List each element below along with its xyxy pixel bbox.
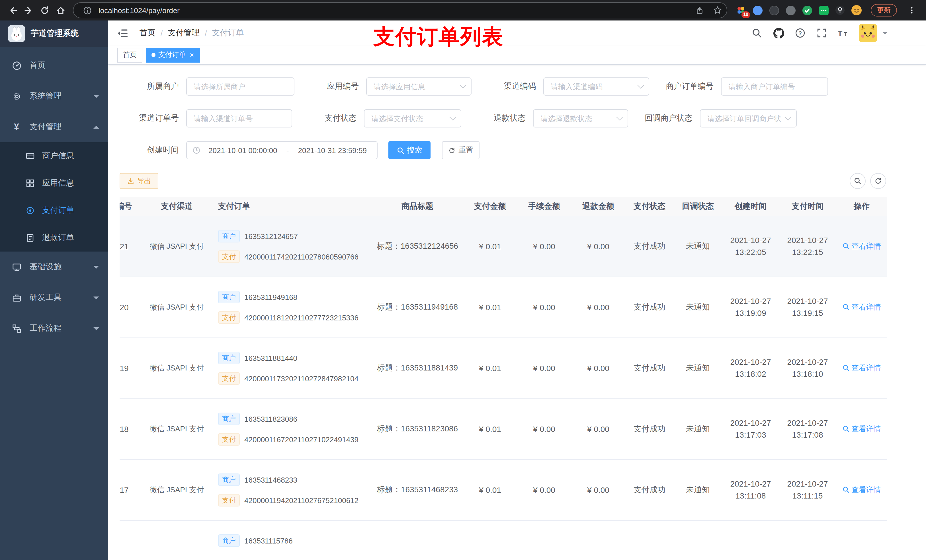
sidebar-item-payment[interactable]: ¥ 支付管理 [0, 112, 108, 142]
tab-label: 首页 [123, 50, 137, 60]
filter-row-1: 所属商户 应用编号 渠道编码 [120, 77, 915, 96]
sidebar-item-system[interactable]: 系统管理 [0, 81, 108, 112]
browser-home-icon[interactable] [52, 2, 68, 18]
pay-tag: 支付 [218, 251, 240, 263]
filter-label: 退款状态 [466, 113, 526, 124]
extension-icon-4[interactable] [785, 5, 796, 16]
reset-button[interactable]: 重置 [442, 141, 480, 159]
browser-reload-icon[interactable] [36, 2, 52, 18]
sidebar-item-workflow[interactable]: 工作流程 [0, 313, 108, 344]
notify-status-select[interactable] [700, 109, 797, 127]
chevron-up-icon [94, 125, 99, 128]
sidebar-item-merchant-info[interactable]: 商户信息 [0, 142, 108, 170]
font-size-icon[interactable]: TT [837, 27, 850, 39]
browser-menu-icon[interactable] [905, 2, 918, 18]
browser-back-icon[interactable] [5, 2, 21, 18]
pay-order-cell: 商户1635311468233支付42000011942021102767521… [207, 474, 372, 507]
extension-icon-1[interactable]: 10 [735, 5, 747, 16]
view-detail-link[interactable]: 查看详情 [842, 302, 881, 312]
github-icon[interactable] [772, 27, 785, 39]
col-header-fee-amount: 手续金额 [517, 201, 571, 212]
extension-icon-3[interactable] [768, 5, 780, 16]
close-icon[interactable]: × [190, 51, 194, 59]
date-start-value: 2021-10-01 00:00:00 [204, 146, 282, 154]
extension-badge: 10 [741, 11, 750, 18]
user-avatar[interactable] [859, 24, 877, 42]
url-text[interactable]: localhost:1024/pay/order [98, 6, 688, 15]
pay-tag: 支付 [218, 372, 240, 385]
sidebar-item-home[interactable]: 首页 [0, 50, 108, 81]
pay-order-cell: 商户163531115786 [207, 534, 372, 547]
extension-icon-5[interactable] [801, 5, 813, 16]
extension-icon-2[interactable] [752, 5, 763, 16]
screen: localhost:1024/pay/order 10 [0, 0, 926, 560]
sidebar-item-dev-tools[interactable]: 研发工具 [0, 282, 108, 313]
channel-order-no-input[interactable] [186, 109, 292, 127]
notify-status-cell: 未通知 [674, 424, 722, 434]
site-info-icon[interactable] [80, 3, 94, 17]
merchant-select[interactable] [186, 77, 294, 96]
logo-image [8, 25, 25, 42]
sidebar-item-infrastructure[interactable]: 基础设施 [0, 252, 108, 282]
browser-update-button[interactable]: 更新 [871, 4, 897, 17]
fullscreen-icon[interactable] [816, 27, 828, 39]
breadcrumb-item-pay-order: 支付订单 [212, 28, 244, 38]
sidebar-item-label: 商户信息 [42, 151, 74, 161]
toolbox-icon [11, 293, 22, 303]
chevron-down-icon [94, 327, 99, 330]
app-id-select[interactable] [366, 77, 472, 96]
hide-search-button[interactable] [850, 173, 865, 189]
refund-status-select[interactable] [533, 109, 628, 127]
pay-order-no: 4200001173202110272847982104 [244, 374, 359, 383]
export-button[interactable]: 导出 [120, 173, 158, 189]
extensions-area: 10 更新 [732, 2, 921, 18]
view-detail-label: 查看详情 [851, 424, 881, 434]
help-icon[interactable]: ? [794, 27, 806, 39]
sidebar-toggle-icon[interactable] [117, 28, 128, 38]
product-title-cell: 标题：1635311823086 [372, 424, 463, 434]
pay-status-select[interactable] [364, 109, 461, 127]
tab-pay-order[interactable]: 支付订单 × [146, 48, 200, 62]
extension-icon-8[interactable] [851, 5, 862, 16]
breadcrumb-item-home[interactable]: 首页 [139, 28, 156, 38]
extension-icon-7[interactable] [834, 5, 846, 16]
table-toolbar: 导出 [120, 173, 915, 189]
view-detail-link[interactable]: 查看详情 [842, 485, 881, 495]
app-shell: 芋道管理系统 首页 系统管理 ¥ 支付管 [0, 21, 926, 560]
pay-order-no: 4200001167202110271022491439 [244, 435, 359, 444]
channel-code-select[interactable] [543, 77, 649, 96]
merchant-order-no-input[interactable] [721, 77, 828, 96]
pay-order-no: 4200001194202110276752100612 [244, 496, 359, 504]
browser-forward-icon[interactable] [21, 2, 36, 18]
breadcrumb-item-pay-management[interactable]: 支付管理 [168, 28, 200, 38]
extension-icon-6[interactable] [818, 5, 829, 16]
record-circle-icon [25, 205, 35, 216]
browser-address-bar[interactable]: localhost:1024/pay/order [73, 2, 727, 18]
search-icon[interactable] [750, 27, 763, 39]
refresh-button[interactable] [870, 173, 886, 189]
tab-home[interactable]: 首页 [117, 48, 142, 62]
date-range-picker[interactable]: 2021-10-01 00:00:00 - 2021-10-31 23:59:5… [186, 141, 378, 159]
view-detail-label: 查看详情 [851, 241, 881, 252]
search-button[interactable]: 搜索 [388, 141, 431, 159]
sidebar-item-pay-order[interactable]: 支付订单 [0, 197, 108, 224]
bookmark-star-icon[interactable] [711, 3, 725, 17]
table-body: 21微信 JSAPI 支付商户1635312124657支付4200001174… [120, 216, 887, 560]
notify-status-cell: 未通知 [674, 485, 722, 495]
sidebar-item-app-info[interactable]: 应用信息 [0, 170, 108, 197]
sidebar-item-refund-order[interactable]: 退款订单 [0, 224, 108, 252]
view-detail-link[interactable]: 查看详情 [842, 424, 881, 434]
pay-status-cell: 支付成功 [625, 302, 674, 312]
browser-chrome: localhost:1024/pay/order 10 [0, 0, 926, 21]
pay-order-no: 4200001181202110277723215336 [244, 313, 359, 322]
avatar-caret-down-icon[interactable] [883, 32, 887, 35]
view-detail-link[interactable]: 查看详情 [842, 363, 881, 373]
workflow-icon [11, 323, 22, 334]
pay-amount-cell: ¥ 0.01 [463, 364, 517, 373]
filter-merchant-order-no: 商户订单编号 [654, 77, 828, 96]
view-detail-link[interactable]: 查看详情 [842, 241, 881, 252]
merchant-order-no: 1635312124657 [244, 232, 298, 240]
col-header-refund-amount: 退款金额 [571, 201, 625, 212]
navbar-right: ? TT [750, 24, 887, 42]
share-icon[interactable] [693, 3, 706, 17]
